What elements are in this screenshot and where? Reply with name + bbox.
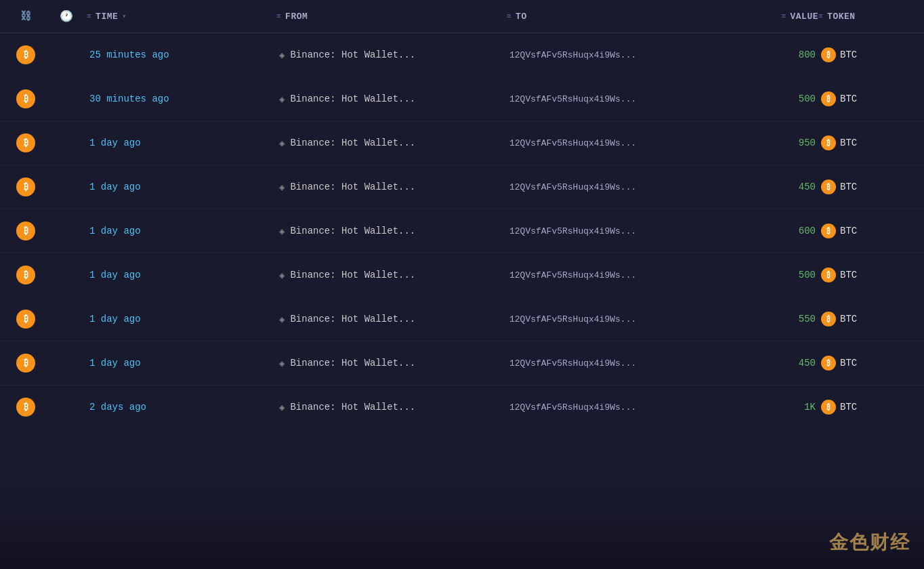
value-filter-icon: ≡ <box>781 12 786 20</box>
rows-container: ₿ 25 minutes ago ◈ Binance: Hot Wallet..… <box>0 33 924 429</box>
row-time-cell: 1 day ago <box>87 314 276 324</box>
row-btc-icon-col: ₿ <box>5 89 46 108</box>
row-from-cell[interactable]: ◈ Binance: Hot Wallet... <box>276 182 507 193</box>
btc-coin-icon: ₿ <box>16 310 35 329</box>
header-time[interactable]: ≡ TIME ▾ <box>87 12 276 22</box>
row-time-value: 1 day ago <box>89 226 141 236</box>
row-to-value: 12QVsfAFv5RsHuqx4i9Ws... <box>509 358 636 368</box>
row-token-icon: ₿ <box>821 268 836 282</box>
row-from-cell[interactable]: ◈ Binance: Hot Wallet... <box>276 138 507 149</box>
row-time-cell: 25 minutes ago <box>87 49 276 60</box>
row-from-cell[interactable]: ◈ Binance: Hot Wallet... <box>276 226 507 237</box>
table-header: ⛓ 🕐 ≡ TIME ▾ ≡ FROM ≡ TO ≡ VALUE ≡ TO <box>0 0 924 33</box>
row-to-value: 12QVsfAFv5RsHuqx4i9Ws... <box>509 182 636 192</box>
row-token-name: BTC <box>840 49 857 60</box>
exchange-icon: ◈ <box>279 314 285 325</box>
row-value-number: 450 <box>740 182 816 192</box>
row-value-number: 500 <box>740 93 816 104</box>
row-time-cell: 1 day ago <box>87 358 276 368</box>
table-row[interactable]: ₿ 1 day ago ◈ Binance: Hot Wallet... 12Q… <box>0 253 924 297</box>
row-from-cell[interactable]: ◈ Binance: Hot Wallet... <box>276 93 507 105</box>
row-value-number: 450 <box>740 358 816 368</box>
row-to-value: 12QVsfAFv5RsHuqx4i9Ws... <box>509 270 636 280</box>
row-to-cell[interactable]: 12QVsfAFv5RsHuqx4i9Ws... <box>507 94 737 104</box>
row-to-cell[interactable]: 12QVsfAFv5RsHuqx4i9Ws... <box>507 314 737 324</box>
row-token-cell: ₿ BTC <box>818 47 924 62</box>
row-token-name: BTC <box>840 138 857 148</box>
btc-coin-icon: ₿ <box>16 45 35 64</box>
row-value-number: 600 <box>740 226 816 236</box>
row-to-value: 12QVsfAFv5RsHuqx4i9Ws... <box>509 226 636 236</box>
table-row[interactable]: ₿ 1 day ago ◈ Binance: Hot Wallet... 12Q… <box>0 297 924 341</box>
header-link-icon-col[interactable]: ⛓ <box>5 10 46 23</box>
row-btc-icon-col: ₿ <box>5 354 46 373</box>
table-row[interactable]: ₿ 2 days ago ◈ Binance: Hot Wallet... 12… <box>0 385 924 429</box>
row-from-value: Binance: Hot Wallet... <box>290 270 415 280</box>
row-token-cell: ₿ BTC <box>818 356 924 371</box>
btc-coin-icon: ₿ <box>16 177 35 196</box>
row-value-number: 950 <box>740 138 816 148</box>
row-btc-icon-col: ₿ <box>5 222 46 240</box>
row-from-cell[interactable]: ◈ Binance: Hot Wallet... <box>276 314 507 325</box>
row-token-name: BTC <box>840 226 857 236</box>
row-btc-icon-col: ₿ <box>5 133 46 152</box>
header-token[interactable]: ≡ TOKEN <box>818 12 924 22</box>
row-token-cell: ₿ BTC <box>818 224 924 238</box>
row-token-cell: ₿ BTC <box>818 400 924 415</box>
row-token-name: BTC <box>840 182 857 192</box>
table-row[interactable]: ₿ 1 day ago ◈ Binance: Hot Wallet... 12Q… <box>0 209 924 253</box>
row-to-cell[interactable]: 12QVsfAFv5RsHuqx4i9Ws... <box>507 402 737 413</box>
time-header-label: TIME <box>96 12 118 22</box>
clock-icon: 🕐 <box>60 9 74 23</box>
table-row[interactable]: ₿ 1 day ago ◈ Binance: Hot Wallet... 12Q… <box>0 165 924 209</box>
row-btc-icon-col: ₿ <box>5 310 46 329</box>
row-token-name: BTC <box>840 402 857 413</box>
row-time-value: 30 minutes ago <box>89 93 169 104</box>
row-token-name: BTC <box>840 358 857 368</box>
row-from-value: Binance: Hot Wallet... <box>290 226 415 236</box>
row-time-cell: 30 minutes ago <box>87 93 276 104</box>
row-token-icon: ₿ <box>821 224 836 238</box>
row-value-cell: 800 <box>737 49 818 60</box>
table-row[interactable]: ₿ 25 minutes ago ◈ Binance: Hot Wallet..… <box>0 33 924 77</box>
row-from-cell[interactable]: ◈ Binance: Hot Wallet... <box>276 270 507 281</box>
row-token-name: BTC <box>840 314 857 324</box>
row-time-value: 1 day ago <box>89 182 141 192</box>
row-token-cell: ₿ BTC <box>818 268 924 282</box>
table-row[interactable]: ₿ 30 minutes ago ◈ Binance: Hot Wallet..… <box>0 77 924 121</box>
row-to-cell[interactable]: 12QVsfAFv5RsHuqx4i9Ws... <box>507 358 737 368</box>
header-from[interactable]: ≡ FROM <box>276 12 507 22</box>
table-row[interactable]: ₿ 1 day ago ◈ Binance: Hot Wallet... 12Q… <box>0 121 924 165</box>
row-to-cell[interactable]: 12QVsfAFv5RsHuqx4i9Ws... <box>507 270 737 280</box>
row-from-value: Binance: Hot Wallet... <box>290 182 415 192</box>
row-to-value: 12QVsfAFv5RsHuqx4i9Ws... <box>509 50 636 60</box>
row-from-cell[interactable]: ◈ Binance: Hot Wallet... <box>276 358 507 369</box>
row-from-value: Binance: Hot Wallet... <box>290 314 415 324</box>
row-token-cell: ₿ BTC <box>818 91 924 106</box>
row-from-value: Binance: Hot Wallet... <box>290 49 415 60</box>
row-time-cell: 1 day ago <box>87 226 276 236</box>
row-value-cell: 450 <box>737 358 818 368</box>
row-from-cell[interactable]: ◈ Binance: Hot Wallet... <box>276 402 507 413</box>
header-clock-icon-col[interactable]: 🕐 <box>46 9 87 23</box>
row-time-cell: 1 day ago <box>87 270 276 280</box>
row-value-cell: 500 <box>737 270 818 280</box>
row-btc-icon-col: ₿ <box>5 45 46 64</box>
row-token-cell: ₿ BTC <box>818 312 924 326</box>
header-value[interactable]: ≡ VALUE <box>737 12 818 22</box>
row-time-cell: 1 day ago <box>87 138 276 148</box>
row-to-cell[interactable]: 12QVsfAFv5RsHuqx4i9Ws... <box>507 182 737 192</box>
header-to[interactable]: ≡ TO <box>507 12 737 22</box>
row-value-cell: 1K <box>737 402 818 413</box>
row-to-cell[interactable]: 12QVsfAFv5RsHuqx4i9Ws... <box>507 138 737 148</box>
exchange-icon: ◈ <box>279 138 285 149</box>
time-filter-icon: ≡ <box>87 12 91 20</box>
row-to-cell[interactable]: 12QVsfAFv5RsHuqx4i9Ws... <box>507 50 737 60</box>
token-header-label: TOKEN <box>827 12 856 22</box>
row-token-name: BTC <box>840 270 857 280</box>
row-to-cell[interactable]: 12QVsfAFv5RsHuqx4i9Ws... <box>507 226 737 236</box>
exchange-icon: ◈ <box>279 182 285 193</box>
table-row[interactable]: ₿ 1 day ago ◈ Binance: Hot Wallet... 12Q… <box>0 341 924 385</box>
row-from-cell[interactable]: ◈ Binance: Hot Wallet... <box>276 49 507 61</box>
row-btc-icon-col: ₿ <box>5 398 46 417</box>
